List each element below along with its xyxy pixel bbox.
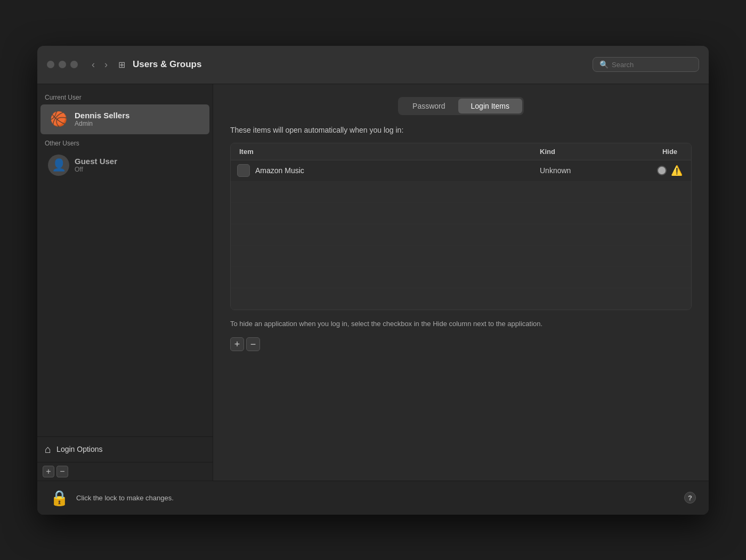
main-content: Password Login Items These items will op… (213, 84, 709, 481)
app-icon (237, 164, 250, 177)
user-role: Admin (75, 120, 129, 127)
description-text: These items will open automatically when… (230, 126, 692, 134)
remove-user-button[interactable]: − (56, 466, 68, 477)
table-header: Item Kind Hide (231, 143, 691, 160)
lock-icon[interactable]: 🔒 (50, 489, 69, 507)
table-row-empty (231, 267, 691, 288)
traffic-lights (47, 61, 78, 68)
app-name: Amazon Music (255, 166, 304, 175)
search-input[interactable] (612, 61, 692, 69)
current-user-item[interactable]: 🏀 Dennis Sellers Admin (40, 104, 209, 134)
column-header-kind: Kind (531, 148, 648, 156)
sidebar-inner: Current User 🏀 Dennis Sellers Admin Othe… (37, 84, 213, 436)
grid-icon[interactable]: ⊞ (118, 60, 125, 70)
table-row-empty (231, 182, 691, 203)
close-button[interactable] (47, 61, 54, 68)
back-arrow[interactable]: ‹ (88, 58, 98, 71)
forward-arrow[interactable]: › (101, 58, 111, 71)
sidebar: Current User 🏀 Dennis Sellers Admin Othe… (37, 84, 213, 481)
footer-text: To hide an application when you log in, … (230, 319, 692, 329)
guest-avatar: 👤 (48, 155, 69, 176)
main-window: ‹ › ⊞ Users & Groups 🔍 Current User 🏀 De… (37, 46, 709, 515)
current-user-label: Current User (37, 90, 213, 103)
guest-status: Off (75, 166, 117, 173)
help-button[interactable]: ? (684, 492, 696, 504)
window-title: Users & Groups (133, 59, 593, 70)
guest-user-item[interactable]: 👤 Guest User Off (40, 150, 209, 180)
remove-item-button[interactable]: − (246, 337, 260, 351)
lock-text: Click the lock to make changes. (76, 494, 684, 502)
table-row-empty (231, 203, 691, 224)
tab-password[interactable]: Password (400, 99, 458, 113)
user-info: Dennis Sellers Admin (75, 111, 129, 127)
titlebar: ‹ › ⊞ Users & Groups 🔍 (37, 46, 709, 84)
nav-arrows: ‹ › (88, 58, 111, 71)
td-item: Amazon Music (231, 164, 531, 177)
search-icon: 🔍 (599, 60, 609, 69)
maximize-button[interactable] (70, 61, 78, 68)
minimize-button[interactable] (59, 61, 66, 68)
add-user-button[interactable]: + (43, 466, 54, 477)
guest-name: Guest User (75, 157, 117, 166)
td-hide: ⚠️ (648, 165, 691, 176)
items-table: Item Kind Hide Amazon Music Unknown ⚠️ (230, 143, 692, 310)
tabs: Password Login Items (230, 97, 692, 115)
content-area: Current User 🏀 Dennis Sellers Admin Othe… (37, 84, 709, 481)
tab-login-items[interactable]: Login Items (458, 99, 522, 113)
tab-container: Password Login Items (398, 97, 524, 115)
table-row: Amazon Music Unknown ⚠️ (231, 160, 691, 182)
login-options-label: Login Options (56, 445, 102, 453)
table-row-empty (231, 288, 691, 310)
sidebar-controls: + − (37, 462, 213, 481)
table-row-empty (231, 246, 691, 267)
td-kind: Unknown (531, 166, 648, 175)
guest-info: Guest User Off (75, 157, 117, 173)
other-users-label: Other Users (37, 135, 213, 149)
table-controls: + − (230, 337, 692, 351)
user-name: Dennis Sellers (75, 111, 129, 120)
sidebar-bottom: ⌂ Login Options + − (37, 436, 213, 481)
add-item-button[interactable]: + (230, 337, 244, 351)
warning-icon: ⚠️ (671, 165, 683, 176)
avatar: 🏀 (48, 109, 69, 130)
hide-toggle[interactable] (657, 166, 667, 175)
window-footer: 🔒 Click the lock to make changes. ? (37, 481, 709, 515)
home-icon: ⌂ (45, 443, 51, 456)
column-header-item: Item (231, 148, 531, 156)
column-header-hide: Hide (648, 148, 691, 156)
login-options-button[interactable]: ⌂ Login Options (37, 437, 213, 462)
table-row-empty (231, 224, 691, 246)
search-bar[interactable]: 🔍 (593, 57, 699, 72)
